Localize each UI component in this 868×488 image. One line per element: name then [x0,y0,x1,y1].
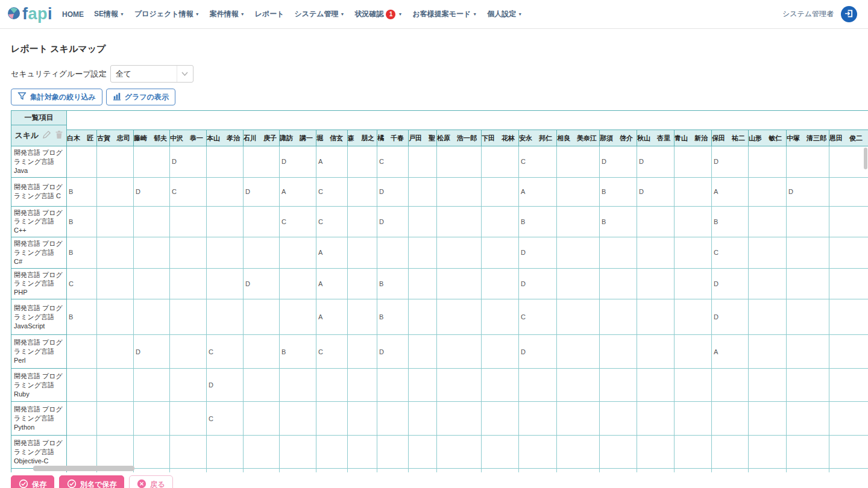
column-header-name: 相良 美奈江 [557,130,600,146]
grade-cell [482,369,519,402]
grade-cell [97,436,134,469]
grade-cell: C [519,299,557,335]
grade-cell [67,436,97,469]
grade-cell: C [712,237,749,269]
grade-cell: B [280,335,316,369]
edit-icon[interactable] [42,130,51,141]
nav-item-report[interactable]: レポート [255,9,285,19]
grade-cell [280,436,316,469]
grade-cell [712,369,749,402]
nav-right: システム管理者 [782,6,857,22]
grade-cell [437,299,482,335]
grade-cell [787,436,829,469]
grade-cell: D [170,146,207,178]
grade-cell [244,237,280,269]
grade-cell [600,335,637,369]
grade-cell [97,335,134,369]
grade-cell [437,146,482,178]
app-logo[interactable]: fapi [7,6,52,22]
grade-cell: C [280,206,316,237]
grade-cell [637,268,675,299]
grade-cell: D [377,335,409,369]
column-header-name: 中塚 清三郎 [787,130,829,146]
column-header-name: 本山 孝治 [207,130,244,146]
grade-cell: D [134,335,170,369]
logout-button[interactable] [841,6,857,22]
skill-label: 開発言語 プログラミング言語 C++ [11,206,67,237]
filter-targets-button[interactable]: 集計対象の絞り込み [11,89,102,105]
grade-cell [134,469,170,472]
grade-cell [280,237,316,269]
grade-cell [600,436,637,469]
grade-cell [482,402,519,436]
grade-cell [244,469,280,472]
grade-cell [409,268,437,299]
grade-cell [675,436,712,469]
grade-cell [244,206,280,237]
nav-item-home[interactable]: HOME [62,10,84,19]
grade-cell [409,402,437,436]
grade-cell [829,177,868,206]
grade-cell [749,369,787,402]
grade-cell [829,469,868,472]
nav-item-se-info[interactable]: SE情報▼ [94,9,124,19]
grade-cell [348,206,377,237]
grade-cell [409,299,437,335]
grade-cell [377,402,409,436]
logo-text: fapi [22,6,52,22]
show-graph-button[interactable]: グラフの表示 [106,89,175,105]
column-header-name: 戸田 聖 [409,130,437,146]
vertical-scrollbar-thumb[interactable] [864,148,867,169]
nav-item-label: システム管理 [294,9,338,19]
skill-label: 開発言語 プログラミング言語 C# [11,237,67,269]
column-header-name: 下田 花林 [482,130,519,146]
grade-cell [244,335,280,369]
funnel-icon [17,92,27,102]
grade-cell [437,268,482,299]
grade-cell: C [207,402,244,436]
grade-cell [557,402,600,436]
table-row: 開発言語 プログラミング言語 C#BADC [11,237,868,269]
grade-cell [749,177,787,206]
back-label: 戻る [150,480,165,488]
grade-cell [482,268,519,299]
nav-item-system-admin[interactable]: システム管理▼ [294,9,344,19]
save-button[interactable]: 保存 [11,475,54,488]
grade-cell [600,299,637,335]
grade-cell [348,268,377,299]
trash-icon[interactable] [55,130,63,141]
grade-cell [749,237,787,269]
column-header-name: 中沢 恭一 [170,130,207,146]
grade-cell: A [519,177,557,206]
column-header-name: 白木 匠 [67,130,97,146]
nav-item-status-check[interactable]: 状況確認1▼ [354,9,402,19]
nav-item-label: お客様提案モード [412,9,471,19]
back-button[interactable]: 戻る [129,475,172,488]
table-row: 開発言語 プログラミング言語 JavaScriptBABCD [11,299,868,335]
grade-cell [348,335,377,369]
horizontal-scrollbar-thumb[interactable] [33,466,134,471]
grade-cell [829,402,868,436]
grade-cell: B [600,177,637,206]
table-row: 開発言語 プログラミング言語 RubyD [11,369,868,402]
nav-item-label: レポート [255,9,285,19]
nav-item-personal-settings[interactable]: 個人設定▼ [487,9,522,19]
grade-cell: A [316,146,348,178]
grade-cell: C [316,177,348,206]
security-group-select[interactable]: 全て [110,65,193,83]
grade-cell: C [377,146,409,178]
grade-cell [519,469,557,472]
x-circle-icon [137,479,146,488]
grade-cell [749,469,787,472]
grade-cell [134,206,170,237]
save-as-button[interactable]: 別名で保存 [59,475,124,488]
grade-cell [437,177,482,206]
nav-item-case-info[interactable]: 案件情報▼ [210,9,245,19]
grade-cell [67,335,97,369]
nav-item-customer-proposal-mode[interactable]: お客様提案モード▼ [412,9,477,19]
select-value: 全て [111,69,177,80]
grade-cell: C [316,335,348,369]
nav-item-project-info[interactable]: プロジェクト情報▼ [134,9,200,19]
grade-cell [482,206,519,237]
grade-cell: C [67,268,97,299]
